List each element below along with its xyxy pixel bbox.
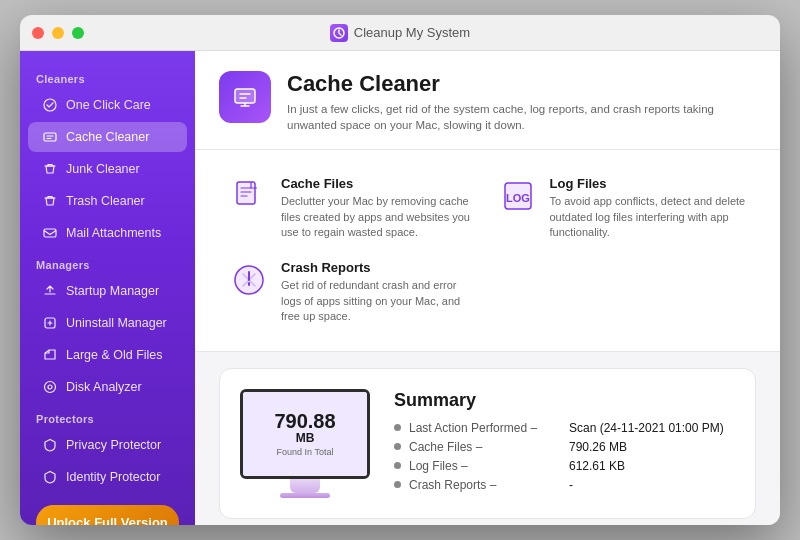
identity-protector-icon bbox=[42, 469, 58, 485]
monitor-value: 790.88 bbox=[274, 411, 335, 431]
svg-point-6 bbox=[48, 385, 52, 389]
unlock-full-version-button[interactable]: Unlock Full Version bbox=[36, 505, 179, 525]
mail-attachments-icon bbox=[42, 225, 58, 241]
svg-rect-2 bbox=[44, 133, 56, 141]
feature-cache-files-text: Cache Files Declutter your Mac by removi… bbox=[281, 176, 478, 240]
cache-cleaner-header-icon bbox=[219, 71, 271, 123]
sidebar-item-junk-cleaner[interactable]: Junk Cleaner bbox=[28, 154, 187, 184]
last-action-value: Scan (24-11-2021 01:00 PM) bbox=[569, 421, 724, 435]
sidebar-bottom: Unlock Full Version bbox=[20, 493, 195, 525]
svg-text:LOG: LOG bbox=[506, 192, 530, 204]
feature-crash-reports: Crash Reports Get rid of redundant crash… bbox=[219, 250, 488, 334]
window-title: Cleanup My System bbox=[32, 24, 768, 42]
monitor-graphic: 790.88 MB Found In Total bbox=[240, 389, 370, 498]
svg-rect-7 bbox=[235, 89, 255, 103]
monitor-screen-inner: 790.88 MB Found In Total bbox=[243, 392, 367, 476]
log-files-value: 612.61 KB bbox=[569, 459, 625, 473]
summary-row-cache-files: Cache Files – 790.26 MB bbox=[394, 440, 735, 454]
sidebar-item-disk-analyzer[interactable]: Disk Analyzer bbox=[28, 372, 187, 402]
dot-icon bbox=[394, 481, 401, 488]
trash-cleaner-icon bbox=[42, 193, 58, 209]
dot-icon bbox=[394, 443, 401, 450]
uninstall-manager-icon bbox=[42, 315, 58, 331]
cache-files-icon bbox=[229, 176, 269, 216]
sidebar: Cleaners One Click Care bbox=[20, 51, 195, 525]
cache-files-value: 790.26 MB bbox=[569, 440, 627, 454]
app-window: Cleanup My System Cleaners One Click Car… bbox=[20, 15, 780, 525]
large-old-files-icon bbox=[42, 347, 58, 363]
monitor-base bbox=[280, 493, 330, 498]
crash-reports-value: - bbox=[569, 478, 573, 492]
sidebar-item-large-old-files[interactable]: Large & Old Files bbox=[28, 340, 187, 370]
svg-point-1 bbox=[44, 99, 56, 111]
page-title: Cache Cleaner bbox=[287, 71, 756, 97]
disk-analyzer-icon bbox=[42, 379, 58, 395]
section-protectors-label: Protectors bbox=[20, 403, 195, 429]
dot-icon bbox=[394, 424, 401, 431]
sidebar-item-cache-cleaner[interactable]: Cache Cleaner bbox=[28, 122, 187, 152]
sidebar-item-one-click-care[interactable]: One Click Care bbox=[28, 90, 187, 120]
main-panel: Cache Cleaner In just a few clicks, get … bbox=[195, 51, 780, 525]
feature-crash-reports-desc: Get rid of redundant crash and error log… bbox=[281, 278, 478, 324]
summary-title: Summary bbox=[394, 390, 735, 411]
section-cleaners-label: Cleaners bbox=[20, 63, 195, 89]
sidebar-item-startup-manager[interactable]: Startup Manager bbox=[28, 276, 187, 306]
sidebar-item-mail-attachments[interactable]: Mail Attachments bbox=[28, 218, 187, 248]
crash-reports-key: Crash Reports – bbox=[409, 478, 569, 492]
summary-row-log-files: Log Files – 612.61 KB bbox=[394, 459, 735, 473]
page-description: In just a few clicks, get rid of the sys… bbox=[287, 101, 756, 133]
monitor-stand bbox=[290, 479, 320, 493]
feature-crash-reports-title: Crash Reports bbox=[281, 260, 478, 275]
feature-log-files-text: Log Files To avoid app conflicts, detect… bbox=[550, 176, 747, 240]
monitor-unit: MB bbox=[296, 431, 315, 445]
crash-reports-icon bbox=[229, 260, 269, 300]
privacy-protector-icon bbox=[42, 437, 58, 453]
summary-data: Summary Last Action Performed – Scan (24… bbox=[394, 390, 735, 497]
log-files-key: Log Files – bbox=[409, 459, 569, 473]
feature-cache-files: Cache Files Declutter your Mac by removi… bbox=[219, 166, 488, 250]
feature-log-files-title: Log Files bbox=[550, 176, 747, 191]
header-text: Cache Cleaner In just a few clicks, get … bbox=[287, 71, 756, 133]
one-click-care-icon bbox=[42, 97, 58, 113]
last-action-key: Last Action Performed – bbox=[409, 421, 569, 435]
feature-log-files: LOG Log Files To avoid app conflicts, de… bbox=[488, 166, 757, 250]
summary-row-crash-reports: Crash Reports – - bbox=[394, 478, 735, 492]
monitor-label: Found In Total bbox=[277, 447, 334, 457]
svg-rect-3 bbox=[44, 229, 56, 237]
cache-files-key: Cache Files – bbox=[409, 440, 569, 454]
monitor-screen: 790.88 MB Found In Total bbox=[240, 389, 370, 479]
feature-cache-files-title: Cache Files bbox=[281, 176, 478, 191]
startup-manager-icon bbox=[42, 283, 58, 299]
log-files-icon: LOG bbox=[498, 176, 538, 216]
titlebar: Cleanup My System bbox=[20, 15, 780, 51]
features-grid: Cache Files Declutter your Mac by removi… bbox=[195, 150, 780, 351]
svg-rect-8 bbox=[237, 182, 255, 204]
sidebar-item-privacy-protector[interactable]: Privacy Protector bbox=[28, 430, 187, 460]
cache-cleaner-icon bbox=[42, 129, 58, 145]
summary-row-last-action: Last Action Performed – Scan (24-11-2021… bbox=[394, 421, 735, 435]
feature-crash-reports-text: Crash Reports Get rid of redundant crash… bbox=[281, 260, 478, 324]
panel-header: Cache Cleaner In just a few clicks, get … bbox=[195, 51, 780, 150]
section-managers-label: Managers bbox=[20, 249, 195, 275]
sidebar-item-identity-protector[interactable]: Identity Protector bbox=[28, 462, 187, 492]
app-icon bbox=[330, 24, 348, 42]
main-content: Cleaners One Click Care bbox=[20, 51, 780, 525]
junk-cleaner-icon bbox=[42, 161, 58, 177]
sidebar-item-uninstall-manager[interactable]: Uninstall Manager bbox=[28, 308, 187, 338]
feature-log-files-desc: To avoid app conflicts, detect and delet… bbox=[550, 194, 747, 240]
summary-section: 790.88 MB Found In Total Summary Last Ac… bbox=[219, 368, 756, 519]
dot-icon bbox=[394, 462, 401, 469]
svg-point-5 bbox=[45, 382, 56, 393]
feature-cache-files-desc: Declutter your Mac by removing cache fil… bbox=[281, 194, 478, 240]
sidebar-item-trash-cleaner[interactable]: Trash Cleaner bbox=[28, 186, 187, 216]
